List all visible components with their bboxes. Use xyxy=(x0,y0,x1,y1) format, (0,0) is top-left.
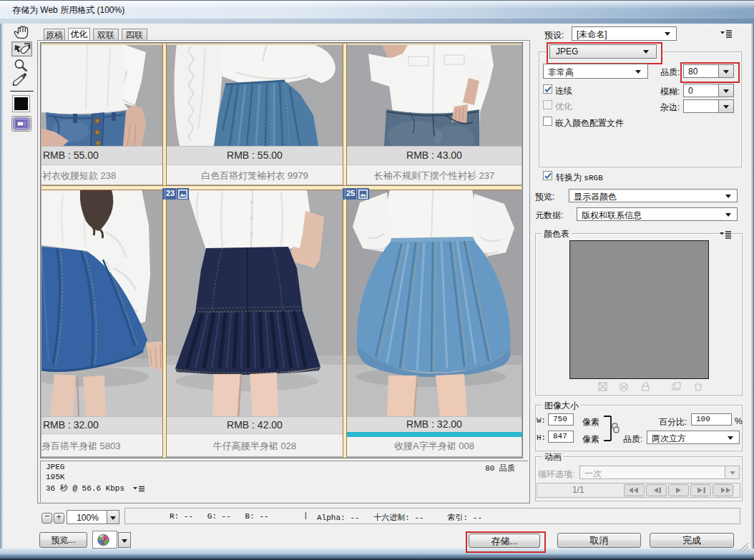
svg-text:?: ? xyxy=(102,536,107,546)
